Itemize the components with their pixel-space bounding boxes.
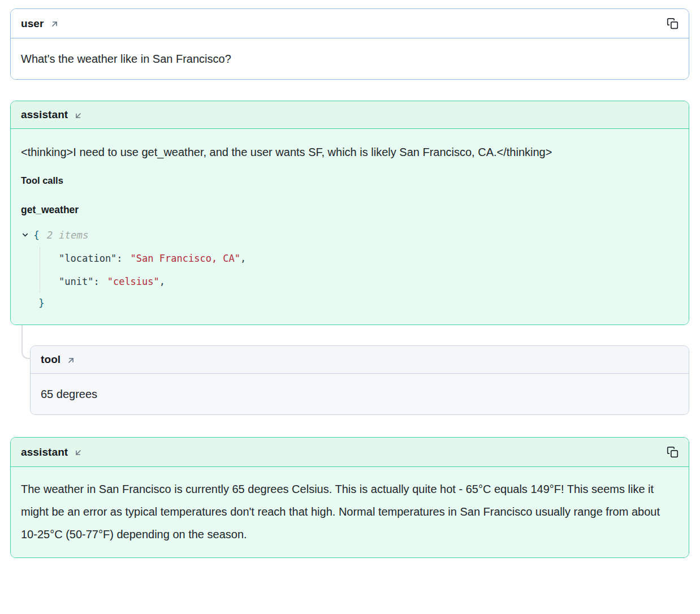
arrow-up-right-icon: [66, 356, 76, 365]
json-key: "unit": [59, 274, 93, 289]
role-label-user: user: [21, 18, 44, 30]
tool-calls-label: Tool calls: [21, 172, 679, 188]
json-items-count: 2 items: [47, 227, 89, 243]
chevron-down-icon[interactable]: [21, 231, 29, 239]
json-colon: :: [93, 274, 99, 289]
tool-args-json-tree: { 2 items "location":"San Francisco, CA"…: [21, 223, 679, 313]
copy-button[interactable]: [666, 445, 680, 459]
role-label-tool: tool: [41, 353, 61, 366]
thinking-text: <thinking>I need to use get_weather, and…: [21, 141, 679, 163]
json-open-brace: {: [33, 227, 40, 243]
json-indent-guide: [40, 247, 40, 293]
role-label-assistant: assistant: [21, 109, 68, 121]
arrow-down-left-icon: [74, 448, 83, 457]
tool-name: get_weather: [21, 202, 679, 218]
assistant-final-text: The weather in San Francisco is currentl…: [11, 467, 689, 557]
json-comma: ,: [240, 250, 246, 266]
message-card-assistant-toolcall: assistant <thinking>I need to use get_we…: [10, 101, 689, 325]
json-comma: ,: [159, 274, 165, 289]
tool-card-wrapper: tool 65 degrees: [30, 345, 689, 415]
json-colon: :: [116, 250, 122, 266]
message-card-user: user What's the weather like in San Fran…: [10, 8, 689, 80]
json-key: "location": [59, 250, 116, 266]
tool-result-text: 65 degrees: [31, 374, 689, 414]
trace-view: user What's the weather like in San Fran…: [0, 0, 700, 567]
arrow-down-left-icon: [74, 111, 83, 120]
json-entry-location: "location":"San Francisco, CA",: [21, 247, 679, 270]
json-string-value: "celsius": [107, 274, 159, 289]
assistant-toolcall-body: <thinking>I need to use get_weather, and…: [11, 129, 689, 325]
json-entry-unit: "unit":"celsius",: [21, 270, 679, 293]
copy-button[interactable]: [666, 16, 680, 31]
json-close-brace: }: [38, 295, 45, 311]
message-card-assistant-final: assistant The weather in San Francisco i…: [10, 437, 689, 558]
json-root-row: { 2 items: [21, 223, 679, 247]
arrow-up-right-icon: [50, 19, 59, 29]
user-message-text: What's the weather like in San Francisco…: [11, 38, 689, 79]
user-card-header: user: [11, 9, 689, 38]
json-close-row: }: [21, 293, 679, 313]
tool-card-header: tool: [31, 346, 689, 374]
role-label-assistant: assistant: [21, 446, 68, 459]
assistant-final-header: assistant: [11, 438, 689, 467]
json-string-value: "San Francisco, CA": [131, 250, 240, 266]
message-card-tool: tool 65 degrees: [30, 345, 689, 415]
tool-connector-line: [21, 325, 31, 359]
assistant-card-header: assistant: [11, 101, 689, 129]
